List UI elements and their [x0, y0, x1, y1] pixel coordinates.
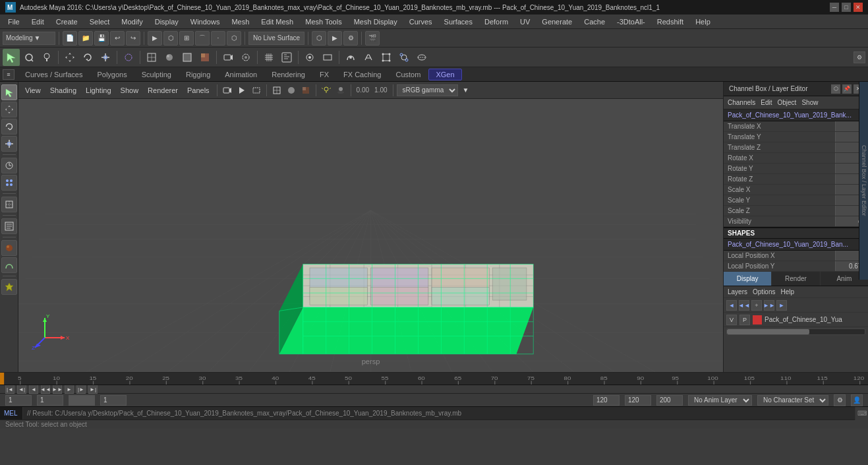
isolate-button[interactable] [301, 49, 318, 66]
minimize-button[interactable]: ─ [830, 3, 839, 12]
grid-button[interactable] [260, 49, 277, 66]
channel-visibility[interactable]: Visibility on [724, 216, 868, 227]
vp-menu-lighting[interactable]: Lighting [82, 85, 115, 96]
snap-grid-button[interactable]: ⊞ [179, 31, 194, 46]
smooth-shade-button[interactable] [161, 49, 178, 66]
options-menu[interactable]: Options [753, 288, 775, 295]
scale-tool-button[interactable] [97, 49, 114, 66]
cb-edit-menu[interactable]: Edit [761, 99, 772, 106]
title-bar-controls[interactable]: ─ □ ✕ [830, 3, 863, 12]
tl-play-fwd-button[interactable]: ►► [53, 385, 62, 394]
undo-button[interactable]: ↩ [110, 31, 125, 46]
paint-tool-button[interactable] [360, 49, 377, 66]
tl-next-key-button[interactable]: |► [76, 385, 86, 394]
menu-deform[interactable]: Deform [479, 16, 513, 27]
vp-menu-view[interactable]: View [21, 85, 45, 96]
vp-cam-button[interactable] [221, 84, 234, 97]
channel-local-pos-x[interactable]: Local Position X 0 [724, 251, 868, 261]
menu-curves[interactable]: Curves [404, 16, 438, 27]
vp-menu-show[interactable]: Show [117, 85, 143, 96]
timeline-ruler[interactable]: 5 10 15 20 25 30 35 40 45 50 5 [0, 373, 868, 385]
layer-scrollbar[interactable] [726, 328, 865, 335]
circle-select-button[interactable] [20, 49, 38, 66]
deformer-button[interactable] [342, 49, 359, 66]
menu-mesh-tools[interactable]: Mesh Tools [300, 16, 347, 27]
redo-button[interactable]: ↪ [126, 31, 140, 46]
vp-shade-button[interactable] [285, 84, 298, 97]
status-icon1-button[interactable]: ⚙ [834, 394, 846, 406]
move-tool-button[interactable] [61, 49, 78, 66]
select-tool-button[interactable] [3, 49, 20, 66]
cb-show-menu[interactable]: Show [801, 99, 818, 106]
resolution-gate-button[interactable] [319, 49, 336, 66]
tl-next-frame-button[interactable]: ► [65, 385, 74, 394]
render-button[interactable]: ⬡ [312, 31, 326, 46]
menu-file[interactable]: File [3, 16, 25, 27]
status-icon2-button[interactable]: 👤 [851, 394, 863, 406]
vp-menu-panels[interactable]: Panels [183, 85, 214, 96]
tab-custom[interactable]: Custom [390, 69, 428, 80]
render-settings-button[interactable]: ⚙ [343, 31, 358, 46]
tl-prev-frame-button[interactable]: ◄ [29, 385, 38, 394]
shaded-wire-button[interactable] [179, 49, 196, 66]
menu-mesh-display[interactable]: Mesh Display [349, 16, 403, 27]
channel-translate-x[interactable]: Translate X 0 [724, 121, 868, 132]
tab-fx[interactable]: FX [313, 69, 335, 80]
save-scene-button[interactable]: 💾 [94, 31, 109, 46]
vp-light-button[interactable] [320, 84, 333, 97]
maximize-button[interactable]: □ [842, 3, 851, 12]
vp-menu-renderer[interactable]: Renderer [144, 85, 182, 96]
open-scene-button[interactable]: 📁 [78, 31, 93, 46]
menu-select[interactable]: Select [84, 16, 115, 27]
channel-translate-z[interactable]: Translate Z 0 [724, 142, 868, 153]
tl-prev-key-button[interactable]: ◄| [17, 385, 26, 394]
menu-cache[interactable]: Cache [579, 16, 610, 27]
cmd-type-label[interactable]: MEL [0, 407, 23, 419]
cluster-button[interactable] [395, 49, 413, 66]
vp-texture-button[interactable] [299, 84, 312, 97]
frame-display-field[interactable]: 1 [100, 395, 127, 406]
menu-redshift[interactable]: Redshift [652, 16, 689, 27]
hud-button[interactable] [278, 49, 295, 66]
character-set-selector[interactable]: No Character Set [757, 395, 828, 406]
channel-scale-x[interactable]: Scale X 1 [724, 185, 868, 195]
close-button[interactable]: ✕ [854, 3, 863, 12]
frame-current-field[interactable]: 1 [37, 395, 63, 406]
menu-uv[interactable]: UV [515, 16, 535, 27]
layer-prev-button[interactable]: ◄ [726, 300, 737, 311]
rotate-tool-button[interactable] [79, 49, 96, 66]
paint-select-button[interactable] [38, 49, 55, 66]
channel-scale-y[interactable]: Scale Y 1 [724, 195, 868, 206]
xray-button[interactable] [237, 49, 254, 66]
tab-xgen[interactable]: XGen [428, 69, 461, 80]
channel-rotate-y[interactable]: Rotate Y 0 [724, 164, 868, 174]
menu-3dtall[interactable]: -3DtoAll- [612, 16, 651, 27]
tab-curves-surfaces[interactable]: Curves / Surfaces [18, 69, 89, 80]
gamma-selector[interactable]: sRGB gamma Linear Log [397, 84, 458, 96]
menu-edit[interactable]: Edit [26, 16, 49, 27]
vp-wire-button[interactable] [270, 84, 283, 97]
tab-animation[interactable]: Animation [218, 69, 264, 80]
tab-sculpting[interactable]: Sculpting [135, 69, 178, 80]
lasso-select-button[interactable]: ⬡ [163, 31, 178, 46]
snap-view-button[interactable] [1, 197, 17, 212]
tab-render[interactable]: Render [772, 272, 820, 286]
history-button[interactable] [1, 158, 17, 173]
snap-curve-button[interactable]: ⌒ [195, 31, 210, 46]
tab-rendering[interactable]: Rendering [265, 69, 312, 80]
cb-dock-button[interactable]: 📌 [842, 84, 852, 94]
soft-select-button[interactable] [120, 49, 137, 66]
range-end3-field[interactable]: 200 [656, 395, 683, 406]
mode-dropdown[interactable]: Modeling ▼ [3, 32, 55, 45]
frame-start-field[interactable]: 1 [5, 395, 32, 406]
tabs-toggle-button[interactable]: ≡ [3, 69, 14, 80]
rotate-tool-lt-button[interactable] [1, 119, 17, 135]
menu-help[interactable]: Help [690, 16, 716, 27]
vp-shadow-button[interactable] [334, 84, 347, 97]
scale-tool-lt-button[interactable] [1, 136, 17, 152]
wireframe-button[interactable] [143, 49, 160, 66]
tl-go-start-button[interactable]: |◄ [5, 385, 14, 394]
vp-gamma-arrow[interactable]: ▼ [459, 84, 473, 97]
cb-expand-button[interactable]: ⬡ [831, 84, 840, 94]
menu-mesh[interactable]: Mesh [226, 16, 254, 27]
